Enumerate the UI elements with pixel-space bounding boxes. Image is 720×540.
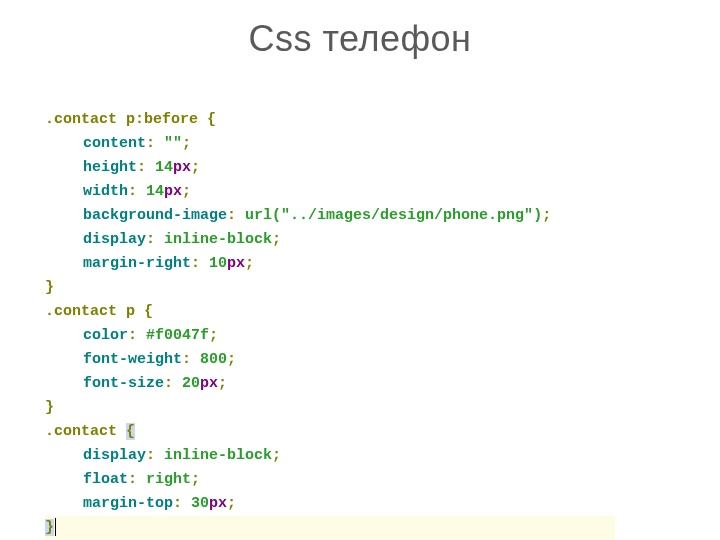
selector: .contact p <box>45 303 135 320</box>
code-line-current: } <box>45 516 615 540</box>
code-line: content: ""; <box>45 132 615 156</box>
code-line: font-size: 20px; <box>45 372 615 396</box>
property: margin-top <box>83 495 173 512</box>
selector: .contact <box>45 423 117 440</box>
value: "" <box>155 135 182 152</box>
brace-open: { <box>198 111 216 128</box>
number: 14 <box>155 159 173 176</box>
page-title: Css телефон <box>0 18 720 60</box>
code-line: height: 14px; <box>45 156 615 180</box>
value: right <box>146 471 191 488</box>
brace-open: { <box>135 303 153 320</box>
code-line: float: right; <box>45 468 615 492</box>
slide: Css телефон .contact p:before { content:… <box>0 18 720 540</box>
code-line: margin-top: 30px; <box>45 492 615 516</box>
number: 10 <box>209 255 227 272</box>
brace-close: } <box>45 279 54 296</box>
property: display <box>83 447 146 464</box>
code-line: width: 14px; <box>45 180 615 204</box>
code-line: display: inline-block; <box>45 444 615 468</box>
value: inline-block <box>164 231 272 248</box>
unit: px <box>173 159 191 176</box>
value: inline-block <box>164 447 272 464</box>
selector: .contact p:before <box>45 111 198 128</box>
property: font-weight <box>83 351 182 368</box>
code-line: display: inline-block; <box>45 228 615 252</box>
property: height <box>83 159 137 176</box>
property: color <box>83 327 128 344</box>
brace-open <box>117 423 126 440</box>
unit: px <box>200 375 218 392</box>
text-cursor <box>55 518 56 536</box>
css-code-block: .contact p:before { content: ""; height:… <box>45 108 615 540</box>
code-line: .contact p:before { <box>45 108 615 132</box>
property: content <box>83 135 146 152</box>
number: 14 <box>146 183 164 200</box>
code-line: color: #f0047f; <box>45 324 615 348</box>
string: "../images/design/phone.png" <box>281 207 533 224</box>
property: display <box>83 231 146 248</box>
property: float <box>83 471 128 488</box>
code-line: margin-right: 10px; <box>45 252 615 276</box>
property: font-size <box>83 375 164 392</box>
code-line: } <box>45 396 615 420</box>
value: 800 <box>200 351 227 368</box>
property: background-image <box>83 207 227 224</box>
property: width <box>83 183 128 200</box>
code-line: .contact p { <box>45 300 615 324</box>
property: margin-right <box>83 255 191 272</box>
unit: px <box>164 183 182 200</box>
unit: px <box>209 495 227 512</box>
code-line: .contact { <box>45 420 615 444</box>
code-line: background-image: url("../images/design/… <box>45 204 615 228</box>
number: 20 <box>182 375 200 392</box>
brace-close: } <box>45 399 54 416</box>
brace-close-highlight: } <box>45 519 54 536</box>
code-line: font-weight: 800; <box>45 348 615 372</box>
value: #f0047f <box>146 327 209 344</box>
unit: px <box>227 255 245 272</box>
number: 30 <box>191 495 209 512</box>
code-line: } <box>45 276 615 300</box>
brace-open-highlight: { <box>126 423 135 440</box>
url-func: url( <box>245 207 281 224</box>
